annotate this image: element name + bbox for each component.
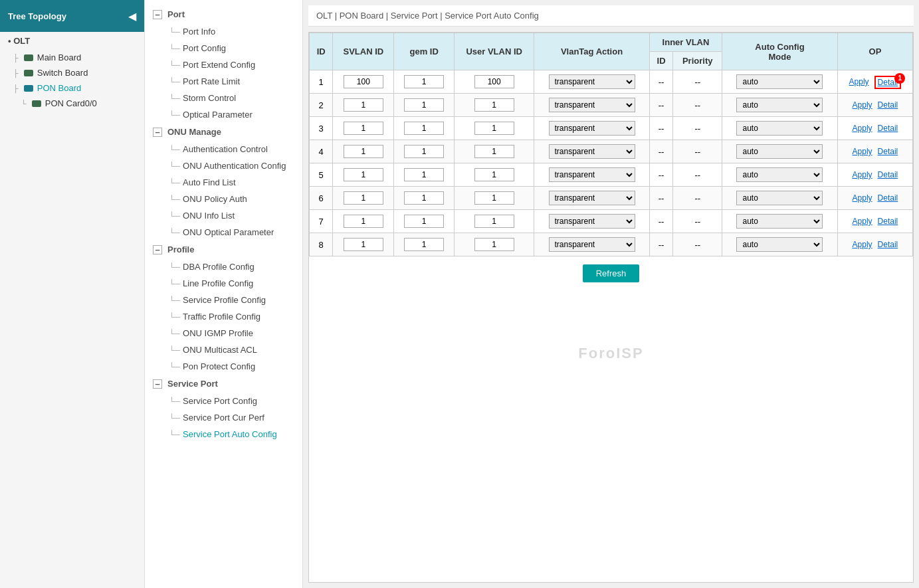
cell-svlan-id[interactable] — [333, 233, 394, 256]
apply-link[interactable]: Apply — [853, 100, 872, 110]
select-vlantag-action[interactable]: transparenttranslateadd-innerstrip-inner — [549, 98, 635, 112]
cell-gem-id[interactable] — [394, 163, 455, 187]
section-port[interactable]: – Port — [145, 5, 302, 23]
input-user-vlan-id[interactable] — [474, 122, 514, 135]
cell-vlantag-action[interactable]: transparenttranslateadd-innerstrip-inner — [534, 187, 650, 210]
apply-link[interactable]: Apply — [853, 124, 872, 133]
menu-service-profile[interactable]: └─Service Profile Config — [145, 292, 302, 308]
menu-auto-find-list[interactable]: └─Auto Find List — [145, 174, 302, 191]
refresh-button[interactable]: Refresh — [583, 264, 640, 282]
input-svlan-id[interactable] — [344, 215, 383, 228]
tree-node-olt[interactable]: • OLT — [0, 32, 144, 50]
menu-port-config[interactable]: └─Port Config — [145, 40, 302, 56]
cell-gem-id[interactable] — [394, 70, 455, 94]
cell-user-vlan-id[interactable] — [455, 187, 534, 210]
input-user-vlan-id[interactable] — [474, 191, 514, 205]
detail-link[interactable]: Detail — [878, 147, 898, 156]
select-vlantag-action[interactable]: transparenttranslateadd-innerstrip-inner — [549, 74, 635, 89]
tree-node-main-board[interactable]: ├ Main Board — [0, 50, 144, 65]
input-gem-id[interactable] — [404, 98, 444, 112]
menu-onu-igmp-profile[interactable]: └─ONU IGMP Profile — [145, 325, 302, 342]
cell-svlan-id[interactable] — [333, 70, 394, 94]
onu-manage-checkbox[interactable]: – — [153, 128, 162, 137]
cell-vlantag-action[interactable]: transparenttranslateadd-innerstrip-inner — [534, 117, 650, 140]
input-gem-id[interactable] — [404, 191, 444, 205]
sidebar-collapse-button[interactable]: ◀ — [128, 10, 136, 23]
select-auto-config-mode[interactable]: automanualdisable — [736, 237, 823, 252]
select-auto-config-mode[interactable]: automanualdisable — [736, 144, 823, 159]
cell-gem-id[interactable] — [394, 94, 455, 117]
profile-checkbox[interactable]: – — [153, 245, 162, 254]
input-svlan-id[interactable] — [344, 122, 383, 135]
cell-auto-config-mode[interactable]: automanualdisable — [722, 163, 838, 187]
cell-vlantag-action[interactable]: transparenttranslateadd-innerstrip-inner — [534, 210, 650, 233]
cell-svlan-id[interactable] — [333, 94, 394, 117]
input-user-vlan-id[interactable] — [474, 238, 514, 251]
input-svlan-id[interactable] — [344, 145, 383, 158]
input-svlan-id[interactable] — [344, 191, 383, 205]
detail-link[interactable]: Detail — [878, 100, 898, 110]
select-auto-config-mode[interactable]: automanualdisable — [736, 191, 823, 205]
select-auto-config-mode[interactable]: automanualdisable — [736, 121, 823, 136]
tree-node-pon-card[interactable]: └ PON Card0/0 — [0, 96, 144, 111]
apply-link[interactable]: Apply — [853, 217, 872, 226]
apply-link[interactable]: Apply — [853, 147, 872, 156]
input-gem-id[interactable] — [404, 122, 444, 135]
select-auto-config-mode[interactable]: automanualdisable — [736, 98, 823, 112]
input-gem-id[interactable] — [404, 215, 444, 228]
cell-gem-id[interactable] — [394, 187, 455, 210]
select-vlantag-action[interactable]: transparenttranslateadd-innerstrip-inner — [549, 214, 635, 229]
input-user-vlan-id[interactable] — [474, 215, 514, 228]
cell-gem-id[interactable] — [394, 117, 455, 140]
cell-auto-config-mode[interactable]: automanualdisable — [722, 140, 838, 163]
cell-user-vlan-id[interactable] — [455, 140, 534, 163]
menu-onu-multicast-acl[interactable]: └─ONU Multicast ACL — [145, 342, 302, 358]
menu-dba-profile[interactable]: └─DBA Profile Config — [145, 258, 302, 275]
menu-onu-optical-param[interactable]: └─ONU Optical Parameter — [145, 224, 302, 241]
cell-user-vlan-id[interactable] — [455, 70, 534, 94]
cell-gem-id[interactable] — [394, 210, 455, 233]
menu-service-port-auto-config[interactable]: └─Service Port Auto Config — [145, 426, 302, 442]
detail-link[interactable]: Detail — [878, 124, 898, 133]
detail-link[interactable]: Detail — [878, 217, 898, 226]
cell-svlan-id[interactable] — [333, 117, 394, 140]
menu-optical-parameter[interactable]: └─Optical Parameter — [145, 106, 302, 123]
apply-link[interactable]: Apply — [853, 240, 872, 249]
section-service-port[interactable]: – Service Port — [145, 375, 302, 393]
menu-storm-control[interactable]: └─Storm Control — [145, 90, 302, 106]
cell-user-vlan-id[interactable] — [455, 210, 534, 233]
port-checkbox[interactable]: – — [153, 10, 162, 19]
select-auto-config-mode[interactable]: automanualdisable — [736, 214, 823, 229]
cell-auto-config-mode[interactable]: automanualdisable — [722, 233, 838, 256]
input-user-vlan-id[interactable] — [474, 75, 514, 88]
cell-svlan-id[interactable] — [333, 140, 394, 163]
apply-link[interactable]: Apply — [853, 170, 872, 179]
cell-vlantag-action[interactable]: transparenttranslateadd-innerstrip-inner — [534, 140, 650, 163]
cell-svlan-id[interactable] — [333, 210, 394, 233]
select-auto-config-mode[interactable]: automanualdisable — [736, 74, 823, 89]
cell-auto-config-mode[interactable]: automanualdisable — [722, 187, 838, 210]
cell-vlantag-action[interactable]: transparenttranslateadd-innerstrip-inner — [534, 70, 650, 94]
cell-svlan-id[interactable] — [333, 163, 394, 187]
select-vlantag-action[interactable]: transparenttranslateadd-innerstrip-inner — [549, 144, 635, 159]
cell-auto-config-mode[interactable]: automanualdisable — [722, 94, 838, 117]
cell-auto-config-mode[interactable]: automanualdisable — [722, 117, 838, 140]
menu-service-port-cur-perf[interactable]: └─Service Port Cur Perf — [145, 409, 302, 426]
select-vlantag-action[interactable]: transparenttranslateadd-innerstrip-inner — [549, 121, 635, 136]
input-gem-id[interactable] — [404, 75, 444, 88]
select-auto-config-mode[interactable]: automanualdisable — [736, 167, 823, 182]
select-vlantag-action[interactable]: transparenttranslateadd-innerstrip-inner — [549, 167, 635, 182]
input-gem-id[interactable] — [404, 238, 444, 251]
input-svlan-id[interactable] — [344, 98, 383, 112]
cell-vlantag-action[interactable]: transparenttranslateadd-innerstrip-inner — [534, 233, 650, 256]
menu-port-rate-limit[interactable]: └─Port Rate Limit — [145, 73, 302, 90]
select-vlantag-action[interactable]: transparenttranslateadd-innerstrip-inner — [549, 237, 635, 252]
menu-pon-protect-config[interactable]: └─Pon Protect Config — [145, 358, 302, 375]
input-gem-id[interactable] — [404, 168, 444, 181]
menu-onu-auth-config[interactable]: └─ONU Authentication Config — [145, 157, 302, 174]
input-user-vlan-id[interactable] — [474, 98, 514, 112]
menu-onu-policy-auth[interactable]: └─ONU Policy Auth — [145, 191, 302, 207]
cell-vlantag-action[interactable]: transparenttranslateadd-innerstrip-inner — [534, 94, 650, 117]
detail-link[interactable]: Detail — [878, 240, 898, 249]
select-vlantag-action[interactable]: transparenttranslateadd-innerstrip-inner — [549, 191, 635, 205]
